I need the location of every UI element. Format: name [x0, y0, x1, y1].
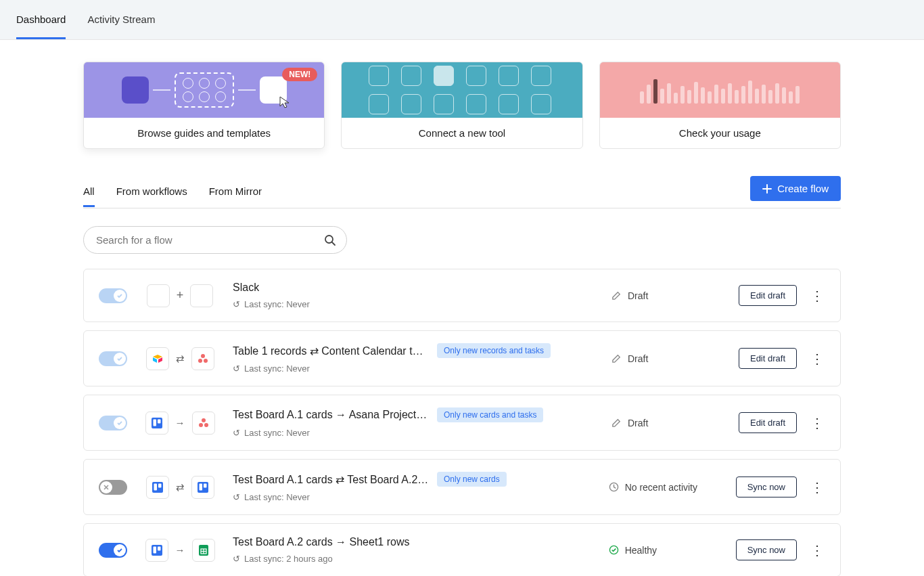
target-tool-icon [192, 412, 215, 435]
flow-title: Test Board A.1 cards ⇄ Test Board A.2 c… [233, 473, 429, 486]
plus-icon [762, 184, 772, 194]
flow-filter-badge: Only new cards and tasks [437, 407, 543, 422]
status-text: Draft [628, 418, 648, 428]
flow-status: No recent activity [609, 482, 724, 493]
search-wrap [83, 226, 347, 254]
create-flow-label: Create flow [777, 183, 829, 194]
history-icon [233, 299, 241, 309]
kebab-menu-icon[interactable]: ⋮ [809, 352, 825, 365]
kebab-menu-icon[interactable]: ⋮ [809, 416, 825, 430]
new-badge: NEW! [282, 68, 317, 81]
flow-last-sync: Last sync: Never [233, 363, 599, 374]
kebab-menu-icon[interactable]: ⋮ [809, 481, 825, 494]
one-way-arrow-icon: → [175, 417, 185, 428]
filter-tab-mirror[interactable]: From Mirror [209, 177, 262, 207]
svg-rect-20 [158, 546, 161, 550]
promo-check-usage[interactable]: Check your usage [599, 62, 841, 149]
status-icon [609, 545, 620, 556]
svg-rect-14 [198, 482, 208, 493]
flow-action-button[interactable]: Edit draft [739, 412, 797, 433]
flow-row: +SlackLast sync: NeverDraftEdit draft⋮ [83, 269, 841, 322]
tool-icons: ⇄ [139, 476, 221, 499]
flow-main: Test Board A.2 cards → Sheet1 rowsLast s… [233, 536, 597, 564]
search-icon [324, 234, 336, 246]
flow-status: Draft [611, 418, 726, 428]
status-text: Draft [628, 353, 648, 364]
svg-rect-15 [199, 483, 202, 490]
svg-rect-7 [158, 419, 161, 423]
svg-point-10 [204, 423, 208, 427]
flow-toggle[interactable] [99, 480, 127, 495]
svg-rect-12 [154, 483, 157, 490]
flow-title: Slack [233, 282, 259, 294]
flow-toggle[interactable] [99, 288, 127, 303]
svg-point-9 [199, 423, 203, 427]
flow-main: Test Board A.1 cards ⇄ Test Board A.2 c…… [233, 472, 597, 502]
flow-main: Test Board A.1 cards → Asana Project t…O… [233, 407, 599, 438]
svg-rect-13 [158, 483, 162, 487]
top-tabs: Dashboard Activity Stream [0, 0, 924, 40]
cursor-icon [279, 95, 292, 109]
status-icon [611, 418, 622, 428]
status-text: Draft [628, 290, 648, 301]
create-flow-button[interactable]: Create flow [750, 176, 841, 201]
two-way-arrow-icon: ⇄ [176, 353, 185, 365]
history-icon [233, 554, 241, 564]
tab-dashboard[interactable]: Dashboard [16, 0, 66, 39]
flow-main: Table 1 records ⇄ Content Calendar tas…O… [233, 343, 599, 374]
flow-last-sync: Last sync: 2 hours ago [233, 554, 597, 564]
kebab-menu-icon[interactable]: ⋮ [809, 544, 825, 557]
plus-icon: + [177, 288, 184, 303]
promo-cards: NEW! Browse guides and templates Connect… [83, 62, 841, 149]
flow-status: Draft [611, 290, 726, 301]
flow-action-button[interactable]: Edit draft [739, 285, 797, 306]
history-icon [233, 363, 241, 374]
flow-filter-badge: Only new records and tasks [437, 343, 551, 358]
source-tool-icon [146, 476, 169, 499]
promo-usage-label: Check your usage [600, 118, 840, 148]
flow-title: Test Board A.1 cards → Asana Project t… [233, 409, 429, 421]
source-tool-icon [146, 347, 169, 370]
flow-toggle[interactable] [99, 416, 127, 430]
svg-point-2 [201, 354, 205, 358]
flow-list: +SlackLast sync: NeverDraftEdit draft⋮⇄T… [83, 269, 841, 576]
flow-filter-badge: Only new cards [437, 472, 507, 487]
flow-row: →Test Board A.2 cards → Sheet1 rowsLast … [83, 523, 841, 576]
status-text: Healthy [625, 545, 657, 556]
filter-tab-workflows[interactable]: From workflows [116, 177, 187, 207]
kebab-menu-icon[interactable]: ⋮ [809, 289, 825, 303]
flow-status: Healthy [609, 545, 724, 556]
flow-row: ⇄Table 1 records ⇄ Content Calendar tas…… [83, 330, 841, 386]
target-tool-icon [191, 476, 214, 499]
status-icon [611, 353, 622, 364]
promo-connect-illustration [342, 62, 582, 118]
svg-line-1 [332, 242, 335, 245]
svg-rect-5 [152, 418, 162, 428]
flow-action-button[interactable]: Sync now [736, 539, 797, 560]
svg-rect-18 [152, 545, 162, 556]
promo-browse-guides[interactable]: NEW! Browse guides and templates [83, 62, 325, 149]
flow-last-sync: Last sync: Never [233, 428, 599, 438]
flow-toggle[interactable] [99, 543, 127, 558]
promo-connect-tool[interactable]: Connect a new tool [341, 62, 582, 149]
source-tool-icon [145, 539, 168, 562]
flow-main: SlackLast sync: Never [233, 282, 599, 309]
status-icon [609, 482, 620, 493]
flow-row: ⇄Test Board A.1 cards ⇄ Test Board A.2 c… [83, 459, 841, 515]
promo-browse-illustration: NEW! [84, 62, 324, 118]
source-tool-icon [147, 284, 170, 307]
target-tool-icon [192, 539, 215, 562]
tool-icons: + [139, 284, 221, 307]
flow-toggle[interactable] [99, 351, 127, 366]
flow-last-sync: Last sync: Never [233, 492, 597, 502]
svg-rect-16 [204, 483, 207, 487]
filter-tab-all[interactable]: All [83, 177, 95, 207]
flow-action-button[interactable]: Edit draft [739, 348, 797, 369]
flow-title: Table 1 records ⇄ Content Calendar tas… [233, 345, 429, 357]
flow-action-button[interactable]: Sync now [736, 477, 797, 497]
flow-row: →Test Board A.1 cards → Asana Project t…… [83, 395, 841, 451]
search-input[interactable] [83, 226, 347, 254]
promo-connect-label: Connect a new tool [342, 118, 582, 148]
tab-activity-stream[interactable]: Activity Stream [87, 0, 155, 39]
tool-icons: → [139, 539, 221, 562]
